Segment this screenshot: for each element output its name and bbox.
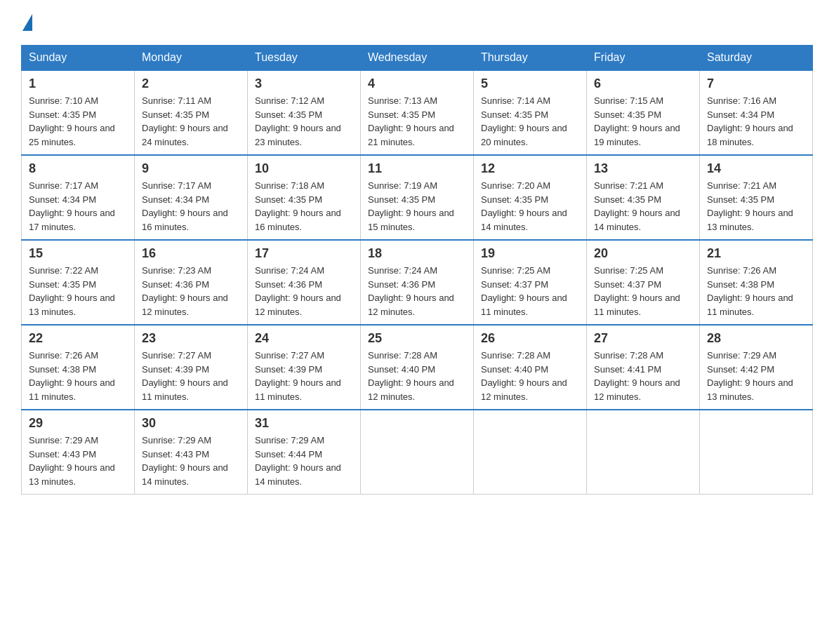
calendar-cell: 20Sunrise: 7:25 AMSunset: 4:37 PMDayligh… (587, 240, 700, 325)
weekday-header-thursday: Thursday (474, 46, 587, 71)
calendar-week-2: 8Sunrise: 7:17 AMSunset: 4:34 PMDaylight… (22, 155, 813, 240)
day-info: Sunrise: 7:24 AMSunset: 4:36 PMDaylight:… (368, 264, 466, 318)
day-info: Sunrise: 7:26 AMSunset: 4:38 PMDaylight:… (707, 264, 805, 318)
calendar-cell: 4Sunrise: 7:13 AMSunset: 4:35 PMDaylight… (361, 70, 474, 155)
calendar-cell: 27Sunrise: 7:28 AMSunset: 4:41 PMDayligh… (587, 325, 700, 410)
day-info: Sunrise: 7:16 AMSunset: 4:34 PMDaylight:… (707, 94, 805, 149)
calendar-cell: 12Sunrise: 7:20 AMSunset: 4:35 PMDayligh… (474, 155, 587, 240)
calendar-cell: 30Sunrise: 7:29 AMSunset: 4:43 PMDayligh… (135, 410, 248, 495)
weekday-header-wednesday: Wednesday (361, 46, 474, 71)
calendar-cell (361, 410, 474, 495)
calendar-cell: 9Sunrise: 7:17 AMSunset: 4:34 PMDaylight… (135, 155, 248, 240)
day-number: 25 (368, 331, 466, 346)
weekday-header-tuesday: Tuesday (248, 46, 361, 71)
weekday-header-saturday: Saturday (700, 46, 813, 71)
day-number: 30 (142, 416, 240, 431)
calendar-cell (700, 410, 813, 495)
day-info: Sunrise: 7:28 AMSunset: 4:40 PMDaylight:… (481, 349, 579, 403)
day-number: 15 (29, 246, 127, 261)
calendar-cell: 2Sunrise: 7:11 AMSunset: 4:35 PMDaylight… (135, 70, 248, 155)
calendar-cell: 28Sunrise: 7:29 AMSunset: 4:42 PMDayligh… (700, 325, 813, 410)
day-info: Sunrise: 7:17 AMSunset: 4:34 PMDaylight:… (142, 179, 240, 234)
calendar-week-4: 22Sunrise: 7:26 AMSunset: 4:38 PMDayligh… (22, 325, 813, 410)
day-number: 10 (255, 161, 353, 176)
calendar-cell (587, 410, 700, 495)
calendar-cell: 15Sunrise: 7:22 AMSunset: 4:35 PMDayligh… (22, 240, 135, 325)
day-info: Sunrise: 7:26 AMSunset: 4:38 PMDaylight:… (29, 349, 127, 403)
calendar-cell: 13Sunrise: 7:21 AMSunset: 4:35 PMDayligh… (587, 155, 700, 240)
calendar-cell: 21Sunrise: 7:26 AMSunset: 4:38 PMDayligh… (700, 240, 813, 325)
page-header (21, 14, 813, 31)
calendar-cell: 3Sunrise: 7:12 AMSunset: 4:35 PMDaylight… (248, 70, 361, 155)
day-number: 13 (594, 161, 692, 176)
day-info: Sunrise: 7:23 AMSunset: 4:36 PMDaylight:… (142, 264, 240, 318)
calendar-week-3: 15Sunrise: 7:22 AMSunset: 4:35 PMDayligh… (22, 240, 813, 325)
day-info: Sunrise: 7:29 AMSunset: 4:43 PMDaylight:… (142, 434, 240, 488)
day-info: Sunrise: 7:29 AMSunset: 4:42 PMDaylight:… (707, 349, 805, 403)
weekday-header-friday: Friday (587, 46, 700, 71)
day-number: 12 (481, 161, 579, 176)
day-info: Sunrise: 7:21 AMSunset: 4:35 PMDaylight:… (594, 179, 692, 234)
day-number: 11 (368, 161, 466, 176)
logo (21, 14, 34, 31)
day-number: 23 (142, 331, 240, 346)
calendar-cell: 31Sunrise: 7:29 AMSunset: 4:44 PMDayligh… (248, 410, 361, 495)
day-info: Sunrise: 7:21 AMSunset: 4:35 PMDaylight:… (707, 179, 805, 234)
calendar-cell: 18Sunrise: 7:24 AMSunset: 4:36 PMDayligh… (361, 240, 474, 325)
day-info: Sunrise: 7:15 AMSunset: 4:35 PMDaylight:… (594, 94, 692, 149)
day-number: 14 (707, 161, 805, 176)
day-number: 20 (594, 246, 692, 261)
day-info: Sunrise: 7:29 AMSunset: 4:43 PMDaylight:… (29, 434, 127, 488)
calendar-table: SundayMondayTuesdayWednesdayThursdayFrid… (21, 45, 813, 495)
day-number: 31 (255, 416, 353, 431)
day-info: Sunrise: 7:25 AMSunset: 4:37 PMDaylight:… (481, 264, 579, 318)
day-number: 2 (142, 76, 240, 91)
calendar-cell: 1Sunrise: 7:10 AMSunset: 4:35 PMDaylight… (22, 70, 135, 155)
day-number: 5 (481, 76, 579, 91)
calendar-cell: 22Sunrise: 7:26 AMSunset: 4:38 PMDayligh… (22, 325, 135, 410)
calendar-cell: 23Sunrise: 7:27 AMSunset: 4:39 PMDayligh… (135, 325, 248, 410)
day-info: Sunrise: 7:28 AMSunset: 4:41 PMDaylight:… (594, 349, 692, 403)
weekday-header-monday: Monday (135, 46, 248, 71)
day-info: Sunrise: 7:11 AMSunset: 4:35 PMDaylight:… (142, 94, 240, 149)
calendar-cell: 7Sunrise: 7:16 AMSunset: 4:34 PMDaylight… (700, 70, 813, 155)
day-info: Sunrise: 7:28 AMSunset: 4:40 PMDaylight:… (368, 349, 466, 403)
day-info: Sunrise: 7:22 AMSunset: 4:35 PMDaylight:… (29, 264, 127, 318)
calendar-cell: 8Sunrise: 7:17 AMSunset: 4:34 PMDaylight… (22, 155, 135, 240)
day-number: 26 (481, 331, 579, 346)
weekday-header-sunday: Sunday (22, 46, 135, 71)
day-info: Sunrise: 7:24 AMSunset: 4:36 PMDaylight:… (255, 264, 353, 318)
calendar-cell: 26Sunrise: 7:28 AMSunset: 4:40 PMDayligh… (474, 325, 587, 410)
day-info: Sunrise: 7:13 AMSunset: 4:35 PMDaylight:… (368, 94, 466, 149)
calendar-week-5: 29Sunrise: 7:29 AMSunset: 4:43 PMDayligh… (22, 410, 813, 495)
day-number: 28 (707, 331, 805, 346)
day-info: Sunrise: 7:18 AMSunset: 4:35 PMDaylight:… (255, 179, 353, 234)
day-number: 7 (707, 76, 805, 91)
day-number: 1 (29, 76, 127, 91)
calendar-body: 1Sunrise: 7:10 AMSunset: 4:35 PMDaylight… (22, 70, 813, 495)
calendar-cell: 24Sunrise: 7:27 AMSunset: 4:39 PMDayligh… (248, 325, 361, 410)
calendar-cell: 29Sunrise: 7:29 AMSunset: 4:43 PMDayligh… (22, 410, 135, 495)
day-number: 8 (29, 161, 127, 176)
day-info: Sunrise: 7:17 AMSunset: 4:34 PMDaylight:… (29, 179, 127, 234)
day-number: 18 (368, 246, 466, 261)
day-number: 17 (255, 246, 353, 261)
calendar-cell: 25Sunrise: 7:28 AMSunset: 4:40 PMDayligh… (361, 325, 474, 410)
day-info: Sunrise: 7:29 AMSunset: 4:44 PMDaylight:… (255, 434, 353, 488)
calendar-week-1: 1Sunrise: 7:10 AMSunset: 4:35 PMDaylight… (22, 70, 813, 155)
calendar-cell: 11Sunrise: 7:19 AMSunset: 4:35 PMDayligh… (361, 155, 474, 240)
calendar-cell (474, 410, 587, 495)
calendar-cell: 6Sunrise: 7:15 AMSunset: 4:35 PMDaylight… (587, 70, 700, 155)
calendar-cell: 14Sunrise: 7:21 AMSunset: 4:35 PMDayligh… (700, 155, 813, 240)
day-number: 21 (707, 246, 805, 261)
day-number: 24 (255, 331, 353, 346)
day-number: 4 (368, 76, 466, 91)
day-info: Sunrise: 7:10 AMSunset: 4:35 PMDaylight:… (29, 94, 127, 149)
day-number: 29 (29, 416, 127, 431)
calendar-cell: 5Sunrise: 7:14 AMSunset: 4:35 PMDaylight… (474, 70, 587, 155)
day-number: 27 (594, 331, 692, 346)
day-info: Sunrise: 7:27 AMSunset: 4:39 PMDaylight:… (142, 349, 240, 403)
day-number: 19 (481, 246, 579, 261)
calendar-cell: 10Sunrise: 7:18 AMSunset: 4:35 PMDayligh… (248, 155, 361, 240)
day-number: 22 (29, 331, 127, 346)
